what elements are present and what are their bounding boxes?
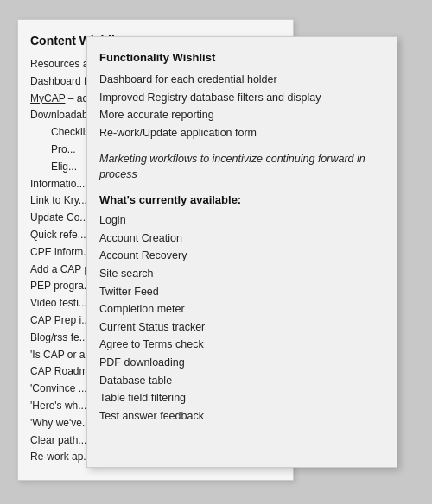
avail-item-twitter-feed: Twitter Feed [99, 283, 384, 301]
avail-item-account-creation: Account Creation [99, 230, 384, 248]
avail-item-test-feedback: Test answer feedback [99, 407, 384, 425]
avail-item-database-table: Database table [99, 372, 384, 390]
func-item: Dashboard for each credential holder [99, 71, 384, 89]
available-list: Login Account Creation Account Recovery … [99, 211, 384, 425]
func-item: More accurate reporting [99, 106, 384, 124]
functionality-section-title: Functionality Wishlist [99, 51, 384, 64]
func-item: Re-work/Update application form [99, 124, 384, 142]
avail-item-completion-meter: Completion meter [99, 300, 384, 318]
avail-item-account-recovery: Account Recovery [99, 247, 384, 265]
marketing-text: Marketing workflows to incentivize conti… [99, 151, 384, 184]
page-wrapper: Content Wishlist Resources available out… [17, 10, 415, 494]
avail-item-agree-terms: Agree to Terms check [99, 336, 384, 354]
mycap-link[interactable]: MyCAP [30, 92, 65, 104]
avail-item-login: Login [99, 211, 384, 230]
avail-item-pdf-downloading: PDF downloading [99, 354, 384, 372]
avail-item-table-filtering: Table field filtering [99, 389, 384, 407]
available-section-title: What's currently available: [99, 193, 384, 206]
avail-item-site-search: Site search [99, 265, 384, 283]
functionality-wishlist-card: Functionality Wishlist Dashboard for eac… [86, 36, 397, 468]
avail-item-current-status: Current Status tracker [99, 318, 384, 337]
func-item: Improved Registry database filters and d… [99, 89, 384, 107]
func-list: Dashboard for each credential holder Imp… [99, 71, 384, 142]
